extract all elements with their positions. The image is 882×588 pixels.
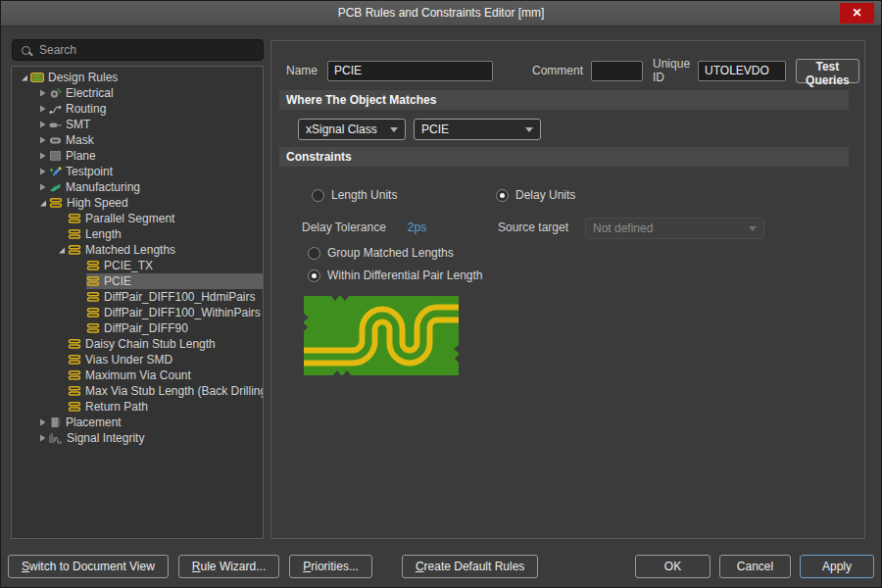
- electrical-icon: [49, 87, 62, 99]
- placement-icon: [49, 416, 62, 428]
- expand-arrow-icon[interactable]: [36, 120, 49, 129]
- tree-item-label: Routing: [66, 102, 106, 116]
- rule-wizard-button[interactable]: Rule Wizard...: [178, 555, 279, 578]
- group-matched-lengths-radio[interactable]: Group Matched Lengths: [308, 246, 454, 260]
- radio-icon: [496, 189, 509, 202]
- scope-dropdown-value: xSignal Class: [306, 122, 377, 136]
- length-units-label: Length Units: [331, 188, 397, 202]
- chevron-down-icon: [749, 226, 757, 231]
- radio-icon: [308, 247, 320, 260]
- matched-lengths-icon: [49, 197, 63, 209]
- tree-item-diffpair-diff100-hdmipairs[interactable]: DiffPair_DIFF100_HdmiPairs: [12, 289, 263, 305]
- rule-editor-panel: Name Comment Unique ID Test Queries Wher…: [270, 40, 865, 539]
- tree-item-electrical[interactable]: Electrical: [12, 85, 263, 101]
- tree-item-signal-integrity[interactable]: Signal Integrity: [12, 430, 263, 446]
- matched-lengths-icon: [86, 322, 100, 334]
- search-placeholder: Search: [39, 43, 76, 57]
- tree-item-label: DiffPair_DIFF90: [104, 321, 188, 335]
- tree-item-smt[interactable]: SMT: [12, 117, 263, 132]
- matched-lengths-icon: [68, 213, 81, 224]
- group-matched-lengths-label: Group Matched Lengths: [327, 246, 454, 260]
- source-target-label: Source target: [498, 220, 568, 234]
- tree-item-label: PCIE: [104, 274, 131, 288]
- title-bar: PCB Rules and Constraints Editor [mm] ✕: [1, 1, 881, 26]
- tree-item-daisy-chain-stub-length[interactable]: Daisy Chain Stub Length: [12, 336, 263, 352]
- comment-field[interactable]: [591, 61, 643, 81]
- matched-lengths-icon: [86, 275, 100, 287]
- tree-item-testpoint[interactable]: Testpoint: [12, 164, 263, 179]
- tree-item-placement[interactable]: Placement: [12, 415, 263, 430]
- tree-item-high-speed[interactable]: High Speed: [12, 195, 263, 211]
- expand-arrow-icon[interactable]: [36, 417, 49, 427]
- tree-item-routing[interactable]: Routing: [12, 101, 263, 117]
- within-differential-pair-label: Within Differential Pair Length: [327, 269, 483, 282]
- tree-item-length[interactable]: Length: [12, 226, 263, 242]
- expand-arrow-icon[interactable]: [36, 167, 49, 176]
- tree-item-label: SMT: [66, 118, 90, 131]
- manufacturing-icon: [49, 181, 62, 193]
- tree-item-plane[interactable]: Plane: [12, 148, 263, 164]
- window-title: PCB Rules and Constraints Editor [mm]: [338, 6, 545, 20]
- priorities-button[interactable]: Priorities...: [289, 555, 372, 578]
- search-icon: [22, 46, 30, 55]
- tree-item-parallel-segment[interactable]: Parallel Segment: [12, 211, 263, 226]
- scope-dropdown[interactable]: xSignal Class: [298, 119, 406, 140]
- tree-item-matched-lengths[interactable]: Matched Lengths: [12, 242, 263, 258]
- tree-item-diffpair-diff100-withinpairs[interactable]: DiffPair_DIFF100_WithinPairs: [12, 305, 263, 320]
- delay-units-radio[interactable]: Delay Units: [496, 188, 575, 202]
- expand-arrow-icon[interactable]: [55, 245, 68, 255]
- matched-lengths-icon: [68, 401, 81, 413]
- switch-to-document-view-button[interactable]: Switch to Document View: [8, 555, 169, 578]
- tree-item-label: Testpoint: [66, 165, 113, 178]
- tree-item-max-via-stub-length-back-drilling[interactable]: Max Via Stub Length (Back Drilling): [12, 383, 263, 399]
- create-default-rules-button[interactable]: Create Default Rules: [402, 555, 538, 578]
- matched-lengths-icon: [68, 369, 81, 381]
- routing-icon: [49, 103, 62, 115]
- xsignal-class-dropdown[interactable]: PCIE: [414, 119, 541, 140]
- expand-arrow-icon[interactable]: [18, 73, 30, 82]
- tree-item-label: Plane: [66, 149, 96, 163]
- tree-item-pcie[interactable]: PCIE: [12, 273, 263, 289]
- name-field[interactable]: [327, 61, 493, 81]
- expand-arrow-icon[interactable]: [36, 151, 49, 161]
- tree-item-manufacturing[interactable]: Manufacturing: [12, 179, 263, 195]
- radio-icon: [308, 270, 320, 282]
- mask-icon: [49, 134, 62, 146]
- unique-id-field[interactable]: [698, 61, 786, 81]
- expand-arrow-icon[interactable]: [36, 433, 49, 443]
- close-button[interactable]: ✕: [840, 3, 874, 24]
- tree-item-label: Max Via Stub Length (Back Drilling): [85, 384, 264, 398]
- footer-right-buttons: OK Cancel Apply: [635, 555, 874, 578]
- tree-item-label: Placement: [66, 416, 122, 429]
- tree-item-design-rules[interactable]: Design Rules: [12, 70, 263, 85]
- xsignal-class-dropdown-value: PCIE: [421, 122, 449, 136]
- tree-item-vias-under-smd[interactable]: Vias Under SMD: [12, 352, 263, 368]
- expand-arrow-icon[interactable]: [36, 88, 49, 98]
- tree-item-label: High Speed: [67, 196, 128, 210]
- tree-item-label: Vias Under SMD: [85, 353, 172, 367]
- matched-lengths-icon: [86, 307, 100, 318]
- testpoint-icon: [49, 166, 62, 177]
- expand-arrow-icon[interactable]: [36, 182, 49, 192]
- tree-item-mask[interactable]: Mask: [12, 132, 263, 148]
- within-differential-pair-radio[interactable]: Within Differential Pair Length: [308, 269, 483, 282]
- expand-arrow-icon[interactable]: [36, 135, 49, 145]
- tree-item-return-path[interactable]: Return Path: [12, 399, 263, 415]
- expand-arrow-icon[interactable]: [36, 198, 49, 208]
- where-object-matches-header: Where The Object Matches: [279, 90, 849, 110]
- tree-item-label: Daisy Chain Stub Length: [85, 337, 216, 351]
- smt-icon: [49, 119, 62, 130]
- tree-item-pcie-tx[interactable]: PCIE_TX: [12, 258, 263, 273]
- tree-item-diffpair-diff90[interactable]: DiffPair_DIFF90: [12, 320, 263, 336]
- matched-lengths-icon: [68, 228, 81, 240]
- cancel-button[interactable]: Cancel: [719, 555, 791, 578]
- apply-button[interactable]: Apply: [800, 555, 874, 578]
- delay-tolerance-label: Delay Tolerance: [302, 220, 386, 234]
- delay-tolerance-value[interactable]: 2ps: [408, 220, 426, 234]
- search-input[interactable]: Search: [12, 39, 264, 61]
- length-units-radio[interactable]: Length Units: [312, 188, 397, 202]
- ok-button[interactable]: OK: [635, 555, 710, 578]
- test-queries-button[interactable]: Test Queries: [796, 59, 859, 83]
- expand-arrow-icon[interactable]: [36, 104, 49, 114]
- tree-item-maximum-via-count[interactable]: Maximum Via Count: [12, 368, 263, 383]
